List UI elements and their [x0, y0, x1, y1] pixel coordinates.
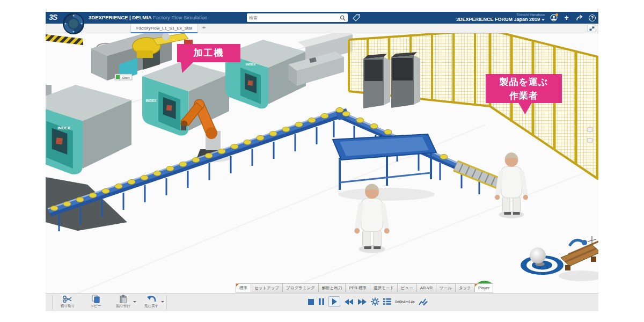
- rewind-button[interactable]: [344, 298, 354, 305]
- list-icon: [383, 298, 391, 305]
- paste-label: 貼り付け: [116, 304, 130, 309]
- action-bar-tabs: 標準 セットアップ プログラミング 解析と出力 PPR 標準 選択モード ビュー…: [236, 283, 493, 293]
- separator: [166, 295, 167, 310]
- enclosure-tag-label: Oren: [122, 76, 129, 79]
- tab-programming[interactable]: プログラミング: [282, 283, 319, 292]
- topbar-right-cluster: Shinichi Hanafusa 3DEXPERIENCE FORUM Jap…: [456, 12, 596, 24]
- bottom-toolbar: 切り取り コピー 貼り付け: [46, 293, 598, 311]
- document-tab-bar: FactoryFlow_L1_S1_Ex_Star +: [46, 24, 598, 33]
- app-brand: 3DEXPERIENCE | DELMIA Factory Flow Simul…: [89, 14, 207, 20]
- separator: [52, 295, 53, 310]
- callout-worker: 製品を運ぶ 作業者: [486, 74, 562, 103]
- tab-view[interactable]: ビュー: [397, 283, 417, 292]
- tab-player[interactable]: Player: [474, 283, 493, 292]
- document-tab[interactable]: FactoryFlow_L1_S1_Ex_Star: [130, 24, 198, 33]
- control-cabinets[interactable]: [363, 52, 420, 108]
- search-input[interactable]: [247, 16, 340, 20]
- gear-icon: [371, 297, 379, 306]
- help-icon: ?: [589, 14, 596, 21]
- rewind-icon: [344, 298, 354, 305]
- global-search[interactable]: [247, 13, 348, 22]
- paste-icon: [119, 295, 128, 303]
- help-button[interactable]: ?: [588, 14, 596, 22]
- callout-machining-machine: 加工機: [177, 44, 240, 62]
- chart-pencil-icon: [419, 297, 428, 306]
- pause-button[interactable]: [318, 298, 325, 305]
- machine-label: INDEX: [145, 99, 156, 103]
- expand-viewport-button[interactable]: [588, 25, 596, 32]
- copy-icon: [91, 295, 100, 303]
- cut-label: 切り取り: [61, 304, 75, 309]
- undo-label: 元に戻す: [144, 304, 158, 309]
- brand-name: 3DEXPERIENCE | DELMIA: [89, 14, 151, 20]
- undo-button[interactable]: 元に戻す: [137, 295, 165, 309]
- play-button[interactable]: [328, 296, 340, 307]
- fast-forward-icon: [357, 298, 367, 305]
- export-results-button[interactable]: [419, 297, 428, 306]
- 3d-compass[interactable]: [62, 12, 85, 35]
- paste-button[interactable]: 貼り付け: [109, 295, 137, 309]
- factory-scene[interactable]: Oren INDEX: [46, 33, 598, 293]
- profile-button[interactable]: [550, 14, 558, 22]
- copy-button[interactable]: コピー: [82, 295, 109, 309]
- tab-standard[interactable]: 標準: [236, 283, 251, 292]
- callout-text-line2: 作業者: [486, 89, 562, 103]
- player-controls: 0d0h4m14s: [308, 296, 428, 307]
- tab-tools[interactable]: ツール: [436, 283, 456, 292]
- tab-ar-vr[interactable]: AR-VR: [416, 283, 436, 292]
- platform-label: 3DEXPERIENCE FORUM Japan 2019: [456, 17, 540, 22]
- undo-dropdown-caret[interactable]: [161, 301, 164, 303]
- share-icon: [576, 14, 583, 21]
- user-block[interactable]: Shinichi Hanafusa 3DEXPERIENCE FORUM Jap…: [456, 13, 545, 23]
- machine-label: INDEX: [57, 126, 71, 130]
- document-tab-label: FactoryFlow_L1_S1_Ex_Star: [136, 26, 192, 31]
- undo-icon: [147, 295, 156, 303]
- app-window: 3S 3DEXPERIENCE | DELMIA Factory Flow Si…: [46, 12, 598, 311]
- new-tab-button[interactable]: +: [200, 24, 208, 31]
- pause-icon: [318, 298, 325, 305]
- play-icon: [331, 298, 338, 305]
- tab-setup[interactable]: セットアップ: [251, 283, 283, 292]
- search-icon[interactable]: [340, 15, 346, 21]
- callout-text-line1: 製品を運ぶ: [486, 75, 562, 89]
- paste-dropdown-caret[interactable]: [133, 301, 136, 303]
- 3ds-logo: 3S: [49, 13, 57, 21]
- add-content-button[interactable]: +: [562, 14, 570, 22]
- share-button[interactable]: [575, 14, 583, 22]
- tab-ppr-standard[interactable]: PPR 標準: [345, 283, 370, 292]
- fast-forward-button[interactable]: [357, 298, 367, 305]
- cut-button[interactable]: 切り取り: [54, 295, 82, 309]
- app-title: Factory Flow Simulation: [153, 14, 207, 20]
- stop-icon: [308, 298, 314, 305]
- schedule-list-button[interactable]: [383, 298, 391, 305]
- tab-touch[interactable]: タッチ: [455, 283, 475, 292]
- tag-icon[interactable]: [353, 14, 360, 21]
- copy-label: コピー: [90, 304, 101, 309]
- scissors-icon: [63, 295, 72, 303]
- expand-icon: [589, 26, 595, 31]
- top-bar: 3S 3DEXPERIENCE | DELMIA Factory Flow Si…: [46, 12, 598, 24]
- tab-analysis-output[interactable]: 解析と出力: [318, 283, 346, 292]
- callout-text: 加工機: [194, 48, 224, 58]
- simulation-time: 0d0h4m14s: [395, 300, 415, 304]
- chevron-down-icon: [541, 19, 545, 21]
- stop-button[interactable]: [308, 298, 314, 305]
- 3d-viewport[interactable]: Oren INDEX: [46, 33, 598, 293]
- player-settings-button[interactable]: [371, 297, 379, 306]
- tab-selection-mode[interactable]: 選択モード: [370, 283, 398, 292]
- machine-label: INDEX: [246, 63, 255, 66]
- plus-icon: +: [564, 14, 568, 21]
- notification-dot: [555, 13, 558, 16]
